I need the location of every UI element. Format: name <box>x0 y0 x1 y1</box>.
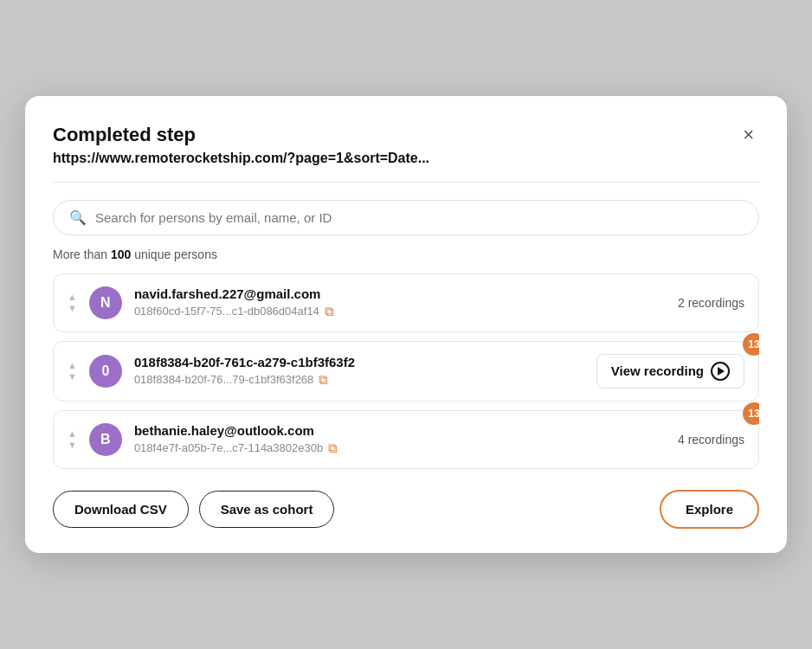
view-recording-button[interactable]: View recording <box>596 354 744 389</box>
view-recording-label: View recording <box>611 363 704 378</box>
save-as-cohort-button[interactable]: Save as cohort <box>199 491 335 528</box>
play-triangle <box>718 367 725 376</box>
person-id-row: 018f8384-b20f-76...79-c1bf3f63f268 ⧉ <box>134 372 584 388</box>
explore-button[interactable]: Explore <box>660 490 759 529</box>
arrow-up-icon: ▲ <box>68 360 77 370</box>
person-info: navid.farshed.227@gmail.com 018f60cd-15f… <box>134 286 666 319</box>
person-id-row: 018f60cd-15f7-75...c1-db086d04af14 ⧉ <box>134 304 666 319</box>
result-count: More than 100 unique persons <box>53 247 759 261</box>
footer-left: Download CSV Save as cohort <box>53 491 334 528</box>
search-input[interactable] <box>95 210 743 225</box>
person-info: bethanie.haley@outlook.com 018f4e7f-a05b… <box>134 423 666 456</box>
person-name: navid.farshed.227@gmail.com <box>134 286 666 301</box>
close-button[interactable]: × <box>738 124 759 146</box>
table-row: 13 ▲ ▼ B bethanie.haley@outlook.com 018f… <box>53 410 759 469</box>
person-name: 018f8384-b20f-761c-a279-c1bf3f63f2 <box>134 355 584 369</box>
modal-footer: Download CSV Save as cohort Explore <box>53 490 759 529</box>
header-divider <box>53 182 759 183</box>
recordings-count: 4 recordings <box>678 433 744 447</box>
copy-icon[interactable]: ⧉ <box>328 440 338 456</box>
modal-subtitle: https://www.remoterocketship.com/?page=1… <box>53 151 429 166</box>
modal-title-block: Completed step https://www.remoterockets… <box>53 124 429 165</box>
table-row: ▲ ▼ N navid.farshed.227@gmail.com 018f60… <box>53 273 759 332</box>
recordings-count: 2 recordings <box>678 296 744 310</box>
avatar: B <box>89 423 122 456</box>
badge: 13 <box>743 402 759 425</box>
copy-icon[interactable]: ⧉ <box>325 304 334 319</box>
search-box: 🔍 <box>53 200 759 235</box>
arrow-down-icon: ▼ <box>68 371 77 382</box>
table-row: 13 ▲ ▼ 0 018f8384-b20f-761c-a279-c1bf3f6… <box>53 341 759 402</box>
modal-header: Completed step https://www.remoterockets… <box>53 124 759 165</box>
result-count-number: 100 <box>111 247 131 261</box>
play-icon <box>711 362 730 381</box>
sort-arrows-1[interactable]: ▲ ▼ <box>68 292 77 313</box>
person-id: 018f4e7f-a05b-7e...c7-114a3802e30b <box>134 441 323 454</box>
modal: Completed step https://www.remoterockets… <box>25 96 787 552</box>
arrow-down-icon: ▼ <box>68 303 77 313</box>
person-name: bethanie.haley@outlook.com <box>134 423 666 438</box>
modal-title: Completed step <box>53 124 429 146</box>
copy-icon[interactable]: ⧉ <box>319 372 328 388</box>
sort-arrows-2[interactable]: ▲ ▼ <box>68 360 77 382</box>
persons-list: ▲ ▼ N navid.farshed.227@gmail.com 018f60… <box>53 273 759 469</box>
search-icon: 🔍 <box>69 209 87 226</box>
person-id: 018f8384-b20f-76...79-c1bf3f63f268 <box>134 373 313 386</box>
avatar: 0 <box>89 355 122 388</box>
result-count-suffix: unique persons <box>131 247 217 261</box>
person-id: 018f60cd-15f7-75...c1-db086d04af14 <box>134 305 319 318</box>
person-info: 018f8384-b20f-761c-a279-c1bf3f63f2 018f8… <box>134 355 584 388</box>
result-count-prefix: More than <box>53 247 111 261</box>
arrow-up-icon: ▲ <box>68 428 77 439</box>
download-csv-button[interactable]: Download CSV <box>53 491 189 528</box>
badge: 13 <box>743 333 759 356</box>
person-id-row: 018f4e7f-a05b-7e...c7-114a3802e30b ⧉ <box>134 440 666 456</box>
arrow-down-icon: ▼ <box>68 440 77 450</box>
arrow-up-icon: ▲ <box>68 292 77 302</box>
sort-arrows-3[interactable]: ▲ ▼ <box>68 428 77 450</box>
avatar: N <box>89 286 122 319</box>
